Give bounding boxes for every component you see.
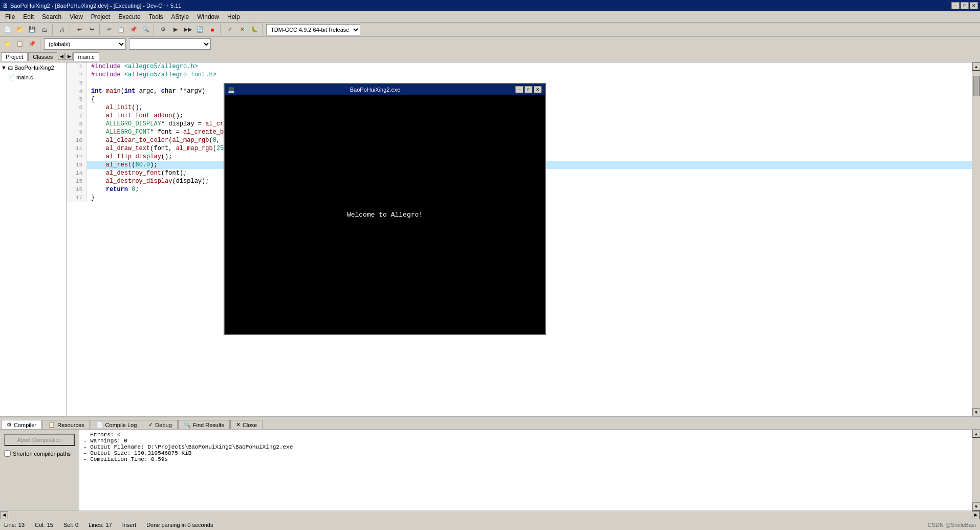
tree-file[interactable]: 📄 main.c	[0, 73, 66, 81]
title-text: BaoPoHuiXing2 - [BaoPoHuiXing2.dev] - [E…	[10, 3, 181, 9]
debug-btn[interactable]: 🐛	[249, 24, 260, 35]
print-button[interactable]: 🖨	[56, 24, 68, 35]
stop-button[interactable]: ■	[207, 24, 218, 35]
copy-button[interactable]: 📋	[116, 24, 127, 35]
tab-debug[interactable]: ✓ Debug	[143, 420, 177, 429]
tab-compiler[interactable]: ⚙ Compiler	[1, 420, 42, 429]
tab-project[interactable]: Project	[1, 52, 28, 61]
hscroll-track	[8, 512, 972, 518]
float-window[interactable]: 💻 BaoPoHuiXing2.exe − □ ✕ Welcome to All…	[224, 83, 546, 335]
save-button[interactable]: 💾	[27, 24, 38, 35]
close-tab-icon: ✕	[236, 421, 241, 428]
float-minimize[interactable]: −	[515, 86, 524, 93]
tab-classes[interactable]: Classes	[28, 52, 57, 61]
tab-prev[interactable]: ◀	[58, 53, 65, 60]
menu-tools[interactable]: Tools	[145, 12, 167, 22]
maximize-button[interactable]: □	[961, 2, 969, 9]
hscroll-left[interactable]: ◀	[0, 511, 8, 519]
float-maximize[interactable]: □	[525, 86, 533, 93]
project-icon: 🗂	[8, 65, 13, 71]
bottom-panel: ⚙ Compiler 📋 Resources 📄 Compile Log ✓ D…	[0, 416, 980, 519]
tab-compile-log[interactable]: 📄 Compile Log	[91, 420, 143, 429]
bottom-hscroll: ◀ ▶	[0, 511, 980, 519]
tab-resources[interactable]: 📋 Resources	[42, 420, 90, 429]
col-label: Col:	[35, 522, 45, 528]
abort-btn-area: Abort Compilation Shorten compiler paths	[0, 430, 79, 511]
code-line-2: 2 #include <allegro5/allegro_font.h>	[67, 71, 972, 79]
tb2-btn3[interactable]: 📌	[27, 38, 38, 50]
cut-button[interactable]: ✂	[103, 24, 115, 35]
menu-help[interactable]: Help	[223, 12, 244, 22]
hscroll-right[interactable]: ▶	[972, 511, 980, 519]
float-title-bar: 💻 BaoPoHuiXing2.exe − □ ✕	[225, 84, 545, 95]
compile-run-button[interactable]: ▶▶	[182, 24, 193, 35]
bottom-scroll-up[interactable]: ▲	[972, 430, 981, 438]
sep6	[262, 24, 264, 35]
tree-root[interactable]: ▼ 🗂 BaoPoHuiXing2	[0, 62, 66, 73]
float-title-icon: 💻	[228, 87, 235, 93]
check-btn[interactable]: ✓	[224, 24, 235, 35]
rebuild-button[interactable]: 🔄	[194, 24, 206, 35]
menu-file[interactable]: File	[1, 12, 19, 22]
output-line-2: - Warnings: 0	[83, 438, 968, 444]
menu-search[interactable]: Search	[38, 12, 66, 22]
tab-next[interactable]: ▶	[66, 53, 73, 60]
paste-button[interactable]: 📌	[128, 24, 139, 35]
abort-compilation-button[interactable]: Abort Compilation	[4, 434, 75, 446]
compile-log-icon: 📄	[96, 421, 103, 428]
minimize-button[interactable]: −	[951, 2, 960, 9]
menu-view[interactable]: View	[66, 12, 87, 22]
bottom-vscroll: ▲ ▼	[972, 430, 980, 511]
globals-dropdown[interactable]: (globals)	[44, 38, 126, 50]
code-line-1: 1 #include <allegro5/allegro.h>	[67, 62, 972, 71]
line-value: 13	[18, 522, 25, 528]
watermark: CSDN @SmileBasi	[928, 522, 976, 528]
float-close[interactable]: ✕	[534, 86, 542, 93]
lines-value: 17	[105, 522, 112, 528]
float-content-text: Welcome to Allegro!	[347, 211, 423, 219]
sidebar: ▼ 🗂 BaoPoHuiXing2 📄 main.c	[0, 62, 67, 416]
scroll-down[interactable]: ▼	[972, 408, 981, 416]
close-button[interactable]: ✕	[970, 2, 978, 9]
find-button[interactable]: 🔍	[140, 24, 151, 35]
float-title-text: BaoPoHuiXing2.exe	[350, 87, 400, 93]
menu-edit[interactable]: Edit	[19, 12, 38, 22]
status-lines: Lines: 17	[89, 522, 112, 528]
file-tab[interactable]: main.c	[73, 52, 99, 61]
compile-button[interactable]: ⚙	[158, 24, 169, 35]
output-line-5: - Compilation Time: 0.59s	[83, 456, 968, 462]
menu-execute[interactable]: Execute	[114, 12, 144, 22]
sel-label: Sel:	[63, 522, 73, 528]
tab-find-results[interactable]: 🔍 Find Results	[178, 420, 230, 429]
scroll-up[interactable]: ▲	[972, 62, 981, 71]
resources-icon: 📋	[48, 421, 55, 428]
tb2-btn1[interactable]: 📁	[2, 38, 13, 50]
save-all-button[interactable]: 🗂	[39, 24, 50, 35]
float-controls: − □ ✕	[515, 86, 542, 93]
undo-button[interactable]: ↩	[74, 24, 85, 35]
title-bar: 🖥 BaoPoHuiXing2 - [BaoPoHuiXing2.dev] - …	[0, 0, 980, 11]
status-bar: Line: 13 Col: 15 Sel: 0 Lines: 17 Insert…	[0, 519, 980, 530]
x-btn[interactable]: ✕	[236, 24, 248, 35]
scroll-thumb[interactable]	[973, 76, 979, 96]
context-dropdown[interactable]	[129, 38, 211, 50]
menu-project[interactable]: Project	[87, 12, 114, 22]
open-button[interactable]: 📂	[14, 24, 26, 35]
tab-close[interactable]: ✕ Close	[230, 420, 263, 429]
shorten-checkbox[interactable]	[4, 450, 11, 457]
project-name: BaoPoHuiXing2	[14, 65, 54, 71]
col-value: 15	[47, 522, 53, 528]
tb2-btn2[interactable]: 📋	[14, 38, 26, 50]
status-line: Line: 13	[4, 522, 25, 528]
menu-window[interactable]: Window	[193, 12, 223, 22]
redo-button[interactable]: ↪	[86, 24, 97, 35]
new-button[interactable]: 📄	[2, 24, 13, 35]
sep1	[52, 24, 54, 35]
run-button[interactable]: ▶	[170, 24, 181, 35]
menu-bar: File Edit Search View Project Execute To…	[0, 11, 980, 23]
menu-astyle[interactable]: AStyle	[167, 12, 193, 22]
compiler-dropdown[interactable]: TDM-GCC 4.9.2 64-bit Release	[266, 24, 360, 35]
scroll-track	[973, 71, 979, 408]
bottom-scroll-down[interactable]: ▼	[972, 502, 981, 511]
file-icon: 📄	[8, 74, 15, 80]
